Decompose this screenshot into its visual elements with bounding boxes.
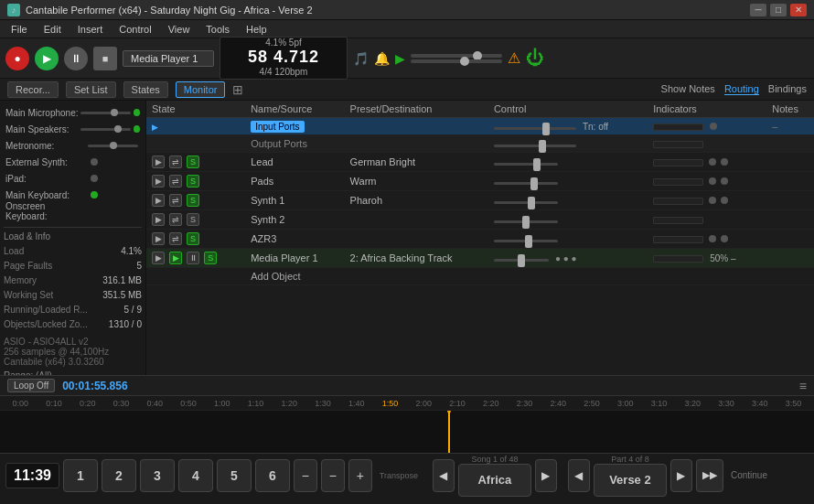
routing-link[interactable]: Routing: [724, 83, 759, 95]
menu-control[interactable]: Control: [112, 22, 158, 37]
stop-button[interactable]: ■: [93, 47, 117, 70]
add-object-link[interactable]: Add Object: [251, 271, 300, 282]
synth2-s[interactable]: S: [187, 213, 199, 226]
page-faults-row: Page Faults 5: [4, 258, 142, 273]
grid-icon[interactable]: ⊞: [232, 82, 243, 97]
verse-nav-section: ◀ Part 4 of 8 Verse 2 ▶ ▶▶: [568, 455, 723, 497]
song-prev-button[interactable]: ◀: [433, 459, 455, 492]
input-ports-slider[interactable]: [494, 127, 576, 130]
custom-1-button[interactable]: 1: [63, 459, 98, 492]
mp-s[interactable]: S: [204, 252, 217, 264]
pads-s[interactable]: S: [187, 175, 199, 188]
transpose-plus-button[interactable]: +: [348, 459, 372, 492]
routing-table: State Name/Source Preset/Destination Con…: [146, 101, 814, 375]
synth1-name: Synth 1: [245, 191, 344, 210]
custom-4-button[interactable]: 4: [178, 459, 213, 492]
mp-play[interactable]: ▶: [169, 252, 182, 264]
synth1-link[interactable]: ⇌: [169, 194, 182, 207]
record-button[interactable]: ●: [5, 47, 29, 70]
metronome-icon: 🔔: [374, 51, 390, 66]
main-speakers-slider[interactable]: [80, 128, 131, 131]
media-player-name: Media Player 1: [245, 249, 344, 268]
col-name: Name/Source: [245, 101, 344, 118]
transpose-minus2-button[interactable]: −: [321, 459, 345, 492]
monitor-button[interactable]: Monitor: [176, 81, 226, 98]
set-list-button[interactable]: Set List: [66, 81, 116, 98]
song-next-button[interactable]: ▶: [535, 459, 557, 492]
menu-help[interactable]: Help: [239, 22, 274, 37]
bottom-bar: 11:39 1 2 3 4 5 6 − − + Transpose ◀ Song…: [0, 453, 814, 497]
lead-link[interactable]: ⇌: [169, 155, 182, 168]
menu-tools[interactable]: Tools: [198, 22, 237, 37]
power-icon: ⏻: [526, 48, 544, 69]
synth2-volume[interactable]: [494, 220, 558, 223]
lead-state: ▶ ⇌ S: [146, 153, 245, 172]
menu-edit[interactable]: Edit: [37, 22, 69, 37]
verse-prev-button[interactable]: ◀: [568, 459, 590, 492]
mp-pause[interactable]: ⏸: [187, 252, 199, 264]
media-player-label[interactable]: Media Player 1: [123, 50, 214, 67]
close-button[interactable]: ✕: [790, 4, 807, 16]
range-label: Range: (All): [4, 370, 142, 375]
lead-volume[interactable]: [494, 163, 558, 166]
load-key: Load: [4, 246, 24, 256]
pads-volume[interactable]: [494, 182, 558, 185]
custom-3-button[interactable]: 3: [140, 459, 175, 492]
azr3-volume[interactable]: [494, 240, 558, 242]
output-ports-control: [488, 135, 648, 153]
loop-off-button[interactable]: Loop Off: [7, 379, 55, 392]
time-3-50: 3:50: [777, 399, 810, 408]
input-ports-badge[interactable]: Input Ports: [251, 121, 304, 133]
synth1-s[interactable]: S: [187, 194, 199, 207]
azr3-expand[interactable]: ▶: [152, 232, 165, 245]
menu-file[interactable]: File: [4, 22, 35, 37]
main-microphone-row: Main Microphone:: [4, 104, 142, 121]
timeline-menu-icon[interactable]: ≡: [799, 379, 807, 393]
monitor-volume-slider[interactable]: [411, 59, 502, 63]
time-3-20: 3:20: [676, 399, 710, 408]
custom-5-button[interactable]: 5: [217, 459, 252, 492]
pads-link[interactable]: ⇌: [169, 175, 182, 188]
azr3-s[interactable]: S: [187, 232, 199, 245]
bindings-link[interactable]: Bindings: [768, 83, 807, 95]
play-button[interactable]: ▶: [35, 47, 59, 70]
time-0-40: 0:40: [138, 399, 172, 408]
add-object-row: Add Object: [146, 268, 814, 285]
page-faults-val: 5: [136, 261, 142, 271]
output-ports-slider[interactable]: [494, 145, 576, 147]
waveform[interactable]: // Generate waveform bars inline let s =…: [0, 411, 814, 453]
custom-2-button[interactable]: 2: [102, 459, 136, 492]
menu-insert[interactable]: Insert: [70, 22, 111, 37]
media-player-row: ▶ ▶ ⏸ S Media Player 1 2: Africa Backing…: [146, 249, 814, 268]
maximize-button[interactable]: □: [770, 4, 787, 16]
pads-control: [488, 172, 648, 191]
minimize-button[interactable]: ─: [750, 4, 766, 16]
synth1-row: ▶ ⇌ S Synth 1 Pharoh: [146, 191, 814, 210]
pause-button[interactable]: ⏸: [64, 47, 88, 70]
menu-view[interactable]: View: [161, 22, 198, 37]
transpose-minus1-button[interactable]: −: [294, 459, 317, 492]
synth1-expand[interactable]: ▶: [152, 194, 165, 207]
left-panel: Main Microphone: Main Speakers: Metronom…: [0, 101, 146, 375]
main-microphone-slider[interactable]: [80, 112, 131, 114]
lead-expand[interactable]: ▶: [152, 155, 165, 168]
show-notes-link[interactable]: Show Notes: [661, 83, 715, 95]
lead-s[interactable]: S: [187, 155, 199, 168]
verse-next-button[interactable]: ▶: [670, 459, 692, 492]
time-0-30: 0:30: [104, 399, 138, 408]
metronome-slider[interactable]: [88, 145, 138, 147]
recor-button[interactable]: Recor...: [7, 81, 59, 98]
custom-6-button[interactable]: 6: [255, 459, 290, 492]
states-button[interactable]: States: [123, 81, 168, 98]
synth1-volume[interactable]: [494, 201, 558, 204]
output-ports-preset: [345, 135, 488, 153]
pads-expand[interactable]: ▶: [152, 175, 165, 188]
verse-double-next-button[interactable]: ▶▶: [696, 459, 723, 492]
synth2-indicators: [648, 210, 766, 230]
mp-expand[interactable]: ▶: [152, 252, 165, 264]
azr3-link[interactable]: ⇌: [169, 232, 182, 245]
synth2-expand[interactable]: ▶: [152, 213, 165, 226]
synth2-link[interactable]: ⇌: [169, 213, 182, 226]
bpm-pct: 4.1% 5pf: [230, 38, 337, 48]
media-player-volume[interactable]: [494, 259, 549, 262]
